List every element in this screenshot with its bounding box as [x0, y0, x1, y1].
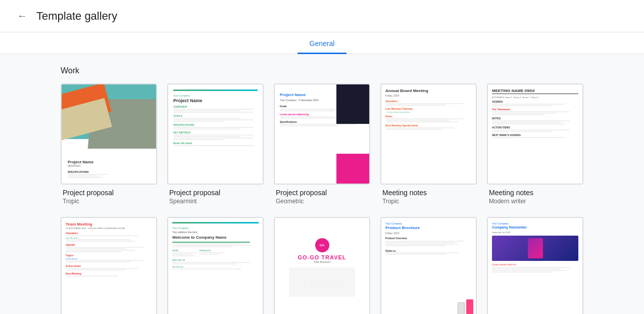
template-card-team-meeting[interactable]: Team Meeting 19 SEPTEMBER 2024 · GOOGLE … [61, 217, 157, 314]
template-thumb-meeting-tropic: Annual Board Meeting Friday, 2024 Attend… [380, 83, 477, 185]
template-card-product-brochure[interactable]: Your Company Product Brochure Friday, 20… [380, 217, 477, 314]
template-thumb-meeting-modern: MEETING NAME 09/04 ATTENDEES: Name 1 · N… [487, 83, 583, 185]
back-button[interactable]: ← [12, 6, 32, 26]
template-sub: Modern writer [489, 198, 581, 205]
template-name: Project proposal [63, 189, 155, 197]
template-thumb-tropic: Project Name 09/04/2024 SPECIFICATIONS [61, 83, 157, 185]
template-sub: Tropic [382, 198, 475, 205]
template-card-project-proposal-spearmint[interactable]: Your Company Project Name OVERVIEW GOALS… [167, 83, 264, 207]
template-info: Project proposal Geometric [274, 185, 370, 207]
template-card-travel-brochure[interactable]: GO GO-GO TRAVEL Tribo Brochure · · · · ·… [274, 217, 370, 314]
back-arrow-icon: ← [17, 10, 27, 22]
tabs-bar: General [0, 32, 644, 54]
template-thumb-spearmint: Your Company Project Name OVERVIEW GOALS… [167, 83, 264, 185]
template-card-meeting-notes-tropic[interactable]: Annual Board Meeting Friday, 2024 Attend… [380, 83, 477, 207]
template-sub: Spearmint [169, 198, 262, 205]
template-thumb-team-meeting: Team Meeting 19 SEPTEMBER 2024 · GOOGLE … [61, 217, 157, 314]
template-sub: Geometric [276, 198, 368, 205]
template-thumb-travel: GO GO-GO TRAVEL Tribo Brochure · · · · ·… [274, 217, 370, 314]
template-info: Project proposal Spearmint [167, 185, 264, 207]
content-area: Work Project Name 09/04/2024 SPECIFICATI… [0, 54, 644, 314]
header: ← Template gallery [0, 0, 644, 32]
template-thumb-product-brochure: Your Company Product Brochure Friday, 20… [380, 217, 477, 314]
template-card-project-proposal-geometric[interactable]: Project Name Your Company · 4 December 2… [274, 83, 370, 207]
template-card-project-proposal-tropic[interactable]: Project Name 09/04/2024 SPECIFICATIONS P… [61, 83, 157, 207]
tab-general[interactable]: General [298, 34, 347, 54]
template-info: Meeting notes Tropic [380, 185, 477, 207]
template-info: Project proposal Tropic [61, 185, 157, 207]
template-sub: Tropic [63, 198, 155, 205]
go-icon: GO [315, 238, 329, 252]
templates-grid: Project Name 09/04/2024 SPECIFICATIONS P… [61, 83, 583, 314]
template-card-brochure-spearmint[interactable]: Your Company Your address line here Welc… [167, 217, 264, 314]
template-name: Project proposal [169, 189, 262, 197]
template-thumb-geometric: Project Name Your Company · 4 December 2… [274, 83, 370, 185]
template-name: Project proposal [276, 189, 368, 197]
template-thumb-newsletter: Your Company Company Newsletter Septembe… [487, 217, 583, 314]
template-card-company-newsletter[interactable]: Your Company Company Newsletter Septembe… [487, 217, 583, 314]
template-info: Meeting notes Modern writer [487, 185, 583, 207]
template-name: Meeting notes [382, 189, 475, 197]
section-title-work: Work [61, 66, 583, 75]
template-card-meeting-notes-modern[interactable]: MEETING NAME 09/04 ATTENDEES: Name 1 · N… [487, 83, 583, 207]
page-title: Template gallery [36, 10, 117, 23]
template-thumb-brochure-spearmint: Your Company Your address line here Welc… [167, 217, 264, 314]
template-name: Meeting notes [489, 189, 581, 197]
